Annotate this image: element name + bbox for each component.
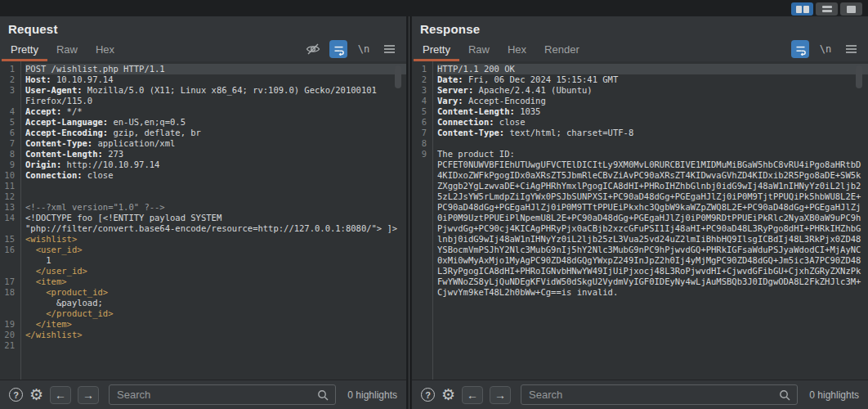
single-pane-button[interactable]	[840, 2, 862, 16]
code-row: 19 </item>	[0, 319, 406, 330]
code-row: 10Connection: close	[0, 170, 406, 181]
editor-menu-button[interactable]	[380, 40, 398, 58]
line-number: 19	[0, 319, 15, 330]
show-newlines-button[interactable]: \n	[817, 40, 834, 58]
request-tab-raw[interactable]: Raw	[47, 38, 87, 61]
line-number: 18	[0, 287, 15, 298]
code-row: 11	[0, 181, 406, 191]
response-panel: Response Pretty Raw Hex Render \n	[412, 16, 868, 409]
response-tab-render[interactable]: Render	[535, 38, 588, 61]
code-text: 1	[25, 255, 406, 266]
request-scrollbar-thumb[interactable]	[395, 65, 401, 88]
code-text: Origin: http://10.10.97.14	[25, 160, 406, 170]
code-text: </product_id>	[25, 308, 406, 319]
request-panel-title: Request	[0, 16, 406, 36]
code-text: Connection: close	[437, 117, 868, 128]
next-match-button[interactable]: →	[78, 386, 99, 404]
code-text: <!--?xml version="1.0" ?-->	[25, 202, 406, 213]
newline-glyph: \n	[358, 43, 369, 55]
previous-match-button[interactable]: ←	[462, 386, 483, 404]
word-wrap-button[interactable]	[791, 40, 809, 58]
code-row: 9Origin: http://10.10.97.14	[0, 160, 406, 170]
split-columns-button[interactable]	[791, 2, 813, 16]
word-wrap-button[interactable]	[329, 40, 347, 58]
code-row: &payload;	[0, 298, 406, 308]
line-number: 3	[0, 85, 15, 96]
search-input[interactable]	[110, 385, 335, 404]
request-tabs: Pretty Raw Hex	[0, 38, 406, 61]
code-row: 2Host: 10.10.97.14	[0, 74, 406, 85]
code-text: Accept-Encoding: gzip, deflate, br	[25, 128, 406, 138]
line-number	[0, 96, 15, 106]
next-match-button[interactable]: →	[490, 386, 511, 404]
response-scrollbar-thumb[interactable]	[856, 65, 862, 88]
previous-match-button[interactable]: ←	[50, 386, 71, 404]
response-tab-pretty[interactable]: Pretty	[414, 38, 459, 61]
response-editor[interactable]: 1HTTP/1.1 200 OK2Date: Fri, 06 Dec 2024 …	[412, 61, 868, 380]
code-row: 13<!--?xml version="1.0" ?-->	[0, 202, 406, 213]
help-icon[interactable]: ?	[9, 388, 23, 402]
search-input[interactable]	[521, 385, 797, 404]
code-row: 9The product ID:	[412, 149, 868, 160]
window-topbar	[0, 0, 868, 16]
code-row: 16 <user_id>	[0, 245, 406, 255]
panel-divider[interactable]	[406, 0, 412, 409]
code-text: POST /wishlist.php HTTP/1.1	[25, 64, 406, 74]
code-row: 6Connection: close	[412, 117, 868, 128]
code-text: PCFET0NUWVBFIEhUTUwgUFVCTElDICItLy9XM0Mv…	[437, 160, 868, 298]
code-text	[25, 340, 406, 351]
line-number: 6	[0, 128, 15, 138]
code-text: Content-Type: application/xml	[25, 138, 406, 149]
line-number: 9	[0, 160, 15, 170]
response-tab-raw[interactable]: Raw	[459, 38, 499, 61]
code-row: 17 <item>	[0, 276, 406, 287]
code-row: 12	[0, 191, 406, 202]
code-text	[437, 138, 868, 149]
code-row: 14<!DOCTYPE foo [<!ENTITY payload SYSTEM	[0, 213, 406, 223]
code-row: 3Server: Apache/2.4.41 (Ubuntu)	[412, 85, 868, 96]
code-text: Connection: close	[25, 170, 406, 181]
code-row: PCFET0NUWVBFIEhUTUwgUFVCTElDICItLy9XM0Mv…	[412, 160, 868, 298]
request-tab-hex[interactable]: Hex	[87, 38, 123, 61]
code-row: 1	[0, 255, 406, 266]
line-number: 1	[412, 64, 427, 74]
line-number: 7	[412, 128, 427, 138]
search-icon	[778, 389, 791, 402]
request-panel: Request Pretty Raw Hex	[0, 16, 406, 409]
line-number: 5	[412, 106, 427, 117]
code-text: <!DOCTYPE foo [<!ENTITY payload SYSTEM	[25, 213, 406, 223]
line-number	[0, 298, 15, 308]
editor-menu-button[interactable]	[842, 40, 860, 58]
code-row: 2Date: Fri, 06 Dec 2024 15:15:41 GMT	[412, 74, 868, 85]
code-text: <product_id>	[25, 287, 406, 298]
settings-gear-icon[interactable]: ⚙	[29, 387, 43, 402]
line-number	[412, 160, 427, 298]
request-tab-pretty[interactable]: Pretty	[2, 38, 47, 61]
request-search-bar: ? ⚙ ← → 0 highlights	[0, 380, 406, 409]
code-row: 8Content-Length: 273	[0, 149, 406, 160]
code-text: Server: Apache/2.4.41 (Ubuntu)	[437, 85, 868, 96]
line-number: 4	[0, 106, 15, 117]
split-rows-icon	[822, 6, 832, 12]
line-number: 2	[412, 74, 427, 85]
single-pane-icon	[847, 6, 856, 13]
line-number: 13	[0, 202, 15, 213]
response-tab-hex[interactable]: Hex	[499, 38, 535, 61]
split-rows-button[interactable]	[816, 2, 838, 16]
line-number: 6	[412, 117, 427, 128]
code-row: 18 <product_id>	[0, 287, 406, 298]
request-editor[interactable]: 1POST /wishlist.php HTTP/1.12Host: 10.10…	[0, 61, 406, 380]
burp-message-editor: Request Pretty Raw Hex	[0, 0, 868, 409]
code-row: 1POST /wishlist.php HTTP/1.1	[0, 64, 406, 74]
line-number: 7	[0, 138, 15, 149]
eye-off-icon[interactable]	[304, 40, 322, 58]
settings-gear-icon[interactable]: ⚙	[441, 387, 455, 402]
code-text: </item>	[25, 319, 406, 330]
show-newlines-button[interactable]: \n	[355, 40, 373, 58]
line-number	[0, 308, 15, 319]
line-number: 4	[412, 96, 427, 106]
code-text: "php://filter/convert.base64-encode/reso…	[25, 223, 406, 234]
line-number: 11	[0, 181, 15, 191]
code-row: 21	[0, 340, 406, 351]
help-icon[interactable]: ?	[421, 388, 435, 402]
